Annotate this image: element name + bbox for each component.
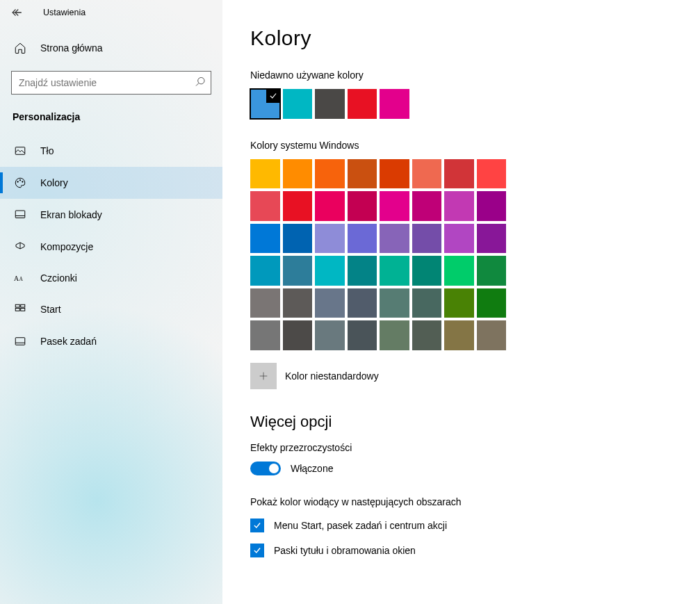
recent-colors-grid — [250, 89, 507, 119]
svg-point-3 — [19, 180, 21, 181]
windows-color-swatch[interactable] — [283, 191, 313, 221]
windows-colors-label: Kolory systemu Windows — [250, 140, 672, 151]
windows-color-swatch[interactable] — [412, 159, 442, 189]
windows-color-swatch[interactable] — [444, 191, 474, 221]
nav-label: Tło — [40, 145, 54, 156]
transparency-toggle[interactable] — [250, 462, 281, 475]
windows-color-swatch[interactable] — [444, 320, 474, 350]
more-options-heading: Więcej opcji — [250, 413, 672, 431]
windows-color-swatch[interactable] — [315, 256, 345, 286]
windows-color-swatch[interactable] — [250, 159, 280, 189]
lockscreen-icon — [14, 209, 26, 221]
svg-rect-12 — [15, 338, 25, 345]
windows-color-swatch[interactable] — [380, 288, 409, 318]
checkbox-label: Menu Start, pasek zadań i centrum akcji — [274, 520, 447, 531]
recent-color-swatch[interactable] — [348, 89, 377, 119]
windows-color-swatch[interactable] — [348, 256, 377, 286]
search-input[interactable] — [11, 71, 211, 95]
windows-color-swatch[interactable] — [444, 159, 474, 189]
nav-label: Start — [40, 304, 61, 315]
titlebar: Ustawienia — [0, 0, 222, 25]
windows-color-swatch[interactable] — [315, 159, 345, 189]
nav-label: Kompozycje — [40, 241, 93, 252]
windows-color-swatch[interactable] — [444, 288, 474, 318]
windows-color-swatch[interactable] — [250, 288, 280, 318]
home-link[interactable]: Strona główna — [0, 25, 222, 63]
nav-taskbar[interactable]: Pasek zadań — [0, 325, 222, 357]
windows-color-swatch[interactable] — [250, 224, 280, 254]
svg-rect-11 — [21, 309, 25, 311]
windows-color-swatch[interactable] — [444, 256, 474, 286]
windows-color-swatch[interactable] — [477, 224, 507, 254]
windows-color-swatch[interactable] — [380, 256, 409, 286]
checkbox-label: Paski tytułu i obramowania okien — [274, 545, 416, 556]
windows-color-swatch[interactable] — [348, 288, 377, 318]
nav-label: Czcionki — [40, 272, 77, 284]
windows-color-swatch[interactable] — [348, 224, 377, 254]
windows-color-swatch[interactable] — [412, 191, 442, 221]
windows-color-swatch[interactable] — [250, 320, 280, 350]
search-box[interactable] — [11, 71, 211, 95]
windows-color-swatch[interactable] — [444, 224, 474, 254]
settings-window: Ustawienia Strona główna Personalizacja … — [0, 0, 700, 604]
windows-color-swatch[interactable] — [315, 288, 345, 318]
windows-color-swatch[interactable] — [477, 256, 507, 286]
windows-color-swatch[interactable] — [283, 288, 313, 318]
sidebar: Ustawienia Strona główna Personalizacja … — [0, 0, 222, 604]
nav-themes[interactable]: Kompozycje — [0, 231, 222, 263]
windows-color-swatch[interactable] — [250, 256, 280, 286]
checkbox-titlebars[interactable] — [250, 544, 264, 557]
plus-icon — [258, 370, 269, 382]
svg-rect-8 — [15, 304, 19, 307]
windows-color-swatch[interactable] — [380, 191, 409, 221]
windows-color-swatch[interactable] — [348, 191, 377, 221]
custom-color-row: Kolor niestandardowy — [250, 363, 672, 389]
windows-color-swatch[interactable] — [477, 159, 507, 189]
nav-fonts[interactable]: AA Czcionki — [0, 263, 222, 293]
nav-lockscreen[interactable]: Ekran blokady — [0, 199, 222, 231]
category-title: Personalizacja — [0, 106, 222, 135]
svg-text:A: A — [19, 276, 24, 282]
windows-color-swatch[interactable] — [380, 224, 409, 254]
svg-point-4 — [22, 181, 24, 183]
checkbox-row-titlebars: Paski tytułu i obramowania okien — [250, 544, 672, 557]
nav-colors[interactable]: Kolory — [0, 167, 222, 199]
windows-color-swatch[interactable] — [250, 191, 280, 221]
add-color-button[interactable] — [250, 363, 277, 389]
windows-color-swatch[interactable] — [283, 256, 313, 286]
recent-color-swatch[interactable] — [283, 89, 313, 119]
windows-colors-grid — [250, 159, 507, 350]
windows-color-swatch[interactable] — [283, 224, 313, 254]
windows-color-swatch[interactable] — [477, 320, 507, 350]
windows-color-swatch[interactable] — [283, 159, 313, 189]
start-icon — [14, 303, 26, 316]
recent-color-swatch[interactable] — [250, 89, 280, 119]
windows-color-swatch[interactable] — [348, 159, 377, 189]
home-icon — [14, 42, 26, 54]
windows-color-swatch[interactable] — [412, 256, 442, 286]
windows-color-swatch[interactable] — [412, 224, 442, 254]
windows-color-swatch[interactable] — [477, 288, 507, 318]
nav-start[interactable]: Start — [0, 293, 222, 325]
nav-label: Pasek zadań — [40, 336, 97, 347]
back-arrow-icon — [10, 6, 23, 19]
windows-color-swatch[interactable] — [380, 320, 409, 350]
windows-color-swatch[interactable] — [380, 159, 409, 189]
recent-color-swatch[interactable] — [315, 89, 345, 119]
back-button[interactable] — [6, 6, 28, 19]
windows-color-swatch[interactable] — [477, 191, 507, 221]
svg-rect-10 — [15, 309, 19, 311]
svg-point-0 — [198, 78, 204, 84]
recent-color-swatch[interactable] — [380, 89, 409, 119]
recent-colors-label: Niedawno używane kolory — [250, 70, 672, 81]
check-icon — [252, 546, 262, 555]
windows-color-swatch[interactable] — [315, 320, 345, 350]
windows-color-swatch[interactable] — [348, 320, 377, 350]
windows-color-swatch[interactable] — [315, 224, 345, 254]
checkbox-start-taskbar[interactable] — [250, 519, 264, 532]
windows-color-swatch[interactable] — [412, 288, 442, 318]
nav-background[interactable]: Tło — [0, 135, 222, 167]
windows-color-swatch[interactable] — [412, 320, 442, 350]
windows-color-swatch[interactable] — [283, 320, 313, 350]
windows-color-swatch[interactable] — [315, 191, 345, 221]
